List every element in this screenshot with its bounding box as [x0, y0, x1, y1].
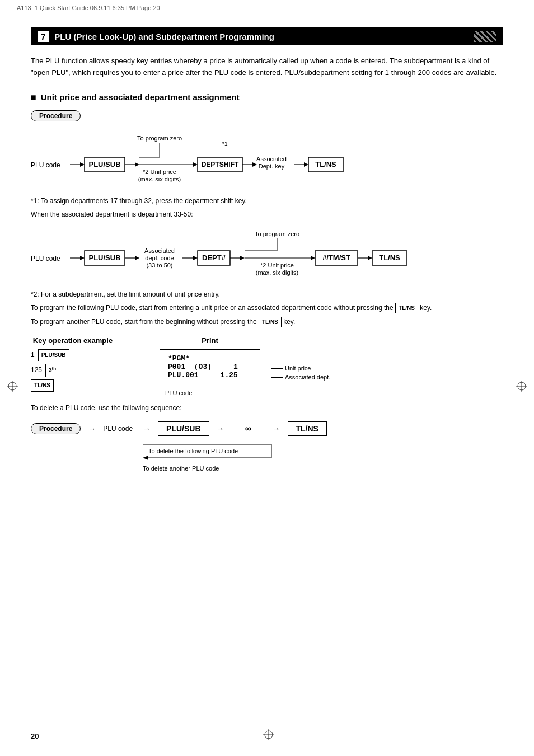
section-heading: 7 PLU (Price Look-Up) and Subdepartment … — [31, 27, 503, 45]
corner-mark-tl — [7, 7, 16, 16]
print-line-2: P001 (O3) 1 — [168, 363, 252, 371]
assoc-dept-annotation: Associated dept. — [271, 374, 330, 381]
num-3-key-op: 3th — [45, 364, 59, 377]
note-1: *1: To assign departments 17 through 32,… — [31, 196, 503, 206]
svg-marker-22 — [193, 162, 198, 167]
corner-mark-bl — [7, 740, 16, 749]
print-title: Print — [160, 336, 260, 345]
page-number: 20 — [31, 732, 39, 740]
main-content: 7 PLU (Price Look-Up) and Subdepartment … — [0, 16, 534, 494]
reg-mark-bottom — [263, 729, 274, 740]
print-col: Print *PGM* P001 (O3) 1 PLU.001 1.25 Uni… — [160, 336, 260, 384]
subsection-title: Unit price and associated department ass… — [31, 92, 503, 102]
tlns-key-op: TL/NS — [31, 379, 54, 392]
operation-title: Key operation example — [31, 336, 115, 345]
svg-text:To program zero: To program zero — [255, 231, 299, 237]
svg-marker-56 — [311, 256, 315, 260]
note-3: To program the following PLU code, start… — [31, 303, 503, 313]
svg-marker-40 — [135, 256, 139, 260]
svg-text:PLU code: PLU code — [31, 255, 60, 262]
key-operation-area: 1 PLU/SUB 125 3th TL/NS — [31, 349, 115, 391]
header-text: A113_1 Quick Start Guide 06.9.11 6:35 PM… — [17, 4, 160, 11]
delete-key-tlns: TL/NS — [288, 421, 327, 436]
svg-text:*2 Unit price: *2 Unit price — [143, 168, 176, 175]
delete-arrow-1: → — [143, 424, 151, 433]
note-2: *2: For a subdepartment, set the limit a… — [31, 289, 503, 299]
svg-marker-60 — [368, 256, 372, 260]
delete-key-inf: ∞ — [232, 421, 265, 436]
delete-key-plu-sub: PLU/SUB — [158, 421, 209, 436]
delete-note-2: To delete another PLU code — [143, 465, 503, 472]
svg-text:*2 Unit price: *2 Unit price — [260, 262, 294, 269]
delete-flow-row: Procedure → PLU code → PLU/SUB → ∞ → TL/… — [31, 421, 503, 436]
delete-arrow-3: → — [273, 424, 280, 433]
tlns-inline-key-2: TL/NS — [259, 317, 282, 327]
delete-loop-area: To delete the following PLU code To dele… — [143, 440, 503, 472]
delete-arrow-0: → — [88, 424, 96, 433]
print-box: *PGM* P001 (O3) 1 PLU.001 1.25 — [160, 349, 260, 384]
svg-marker-31 — [304, 162, 308, 167]
op-num-125: 125 — [31, 364, 42, 377]
svg-text:PLU code: PLU code — [31, 161, 60, 169]
svg-text:Associated: Associated — [144, 247, 175, 254]
svg-text:(max. six digits): (max. six digits) — [256, 269, 298, 276]
delete-section: To delete a PLU code, use the following … — [31, 403, 503, 472]
section-number: 7 — [38, 31, 49, 42]
reg-mark-left — [7, 381, 18, 392]
procedure-badge-1: Procedure — [31, 110, 81, 121]
svg-text:Associated: Associated — [256, 156, 287, 162]
svg-marker-27 — [252, 162, 257, 167]
svg-text:(max. six digits): (max. six digits) — [138, 176, 181, 182]
reg-mark-right — [516, 381, 527, 392]
svg-text:DEPT#: DEPT# — [202, 253, 226, 262]
example-section: Key operation example 1 PLU/SUB 125 3th … — [31, 336, 503, 391]
svg-text:*1: *1 — [222, 141, 228, 147]
svg-text:#/TM/ST: #/TM/ST — [322, 253, 350, 262]
svg-text:PLU/SUB: PLU/SUB — [88, 160, 120, 168]
delete-plu-code: PLU code — [103, 425, 133, 433]
svg-marker-11 — [80, 162, 85, 167]
svg-text:To delete the following PLU co: To delete the following PLU code — [148, 448, 238, 454]
svg-marker-45 — [193, 256, 198, 260]
svg-text:To program zero: To program zero — [137, 135, 182, 142]
svg-marker-66 — [143, 456, 148, 460]
svg-marker-49 — [240, 256, 245, 260]
section-stripe — [474, 31, 496, 42]
plu-sub-key-op: PLU/SUB — [38, 349, 69, 361]
flow-diagram-1: PLU code PLU/SUB To program zero *2 Unit… — [31, 129, 503, 192]
corner-mark-br — [518, 740, 527, 749]
op-num-1: 1 — [31, 349, 35, 361]
delete-arrow-2: → — [217, 424, 224, 433]
page-container: A113_1 Quick Start Guide 06.9.11 6:35 PM… — [0, 0, 534, 756]
svg-text:TL/NS: TL/NS — [379, 253, 400, 262]
flow2-intro: When the associated department is depart… — [31, 209, 503, 219]
unit-price-annotation: Unit price — [271, 365, 311, 372]
procedure-badge-2: Procedure — [31, 423, 81, 434]
corner-mark-tr — [518, 7, 527, 16]
svg-text:TL/NS: TL/NS — [315, 160, 336, 168]
svg-text:dept. code: dept. code — [145, 255, 174, 261]
plu-code-annotation: PLU code — [165, 389, 192, 396]
delete-intro: To delete a PLU code, use the following … — [31, 403, 503, 413]
svg-text:(33 to 50): (33 to 50) — [146, 262, 172, 269]
svg-marker-15 — [135, 162, 139, 167]
key-operation-col: Key operation example 1 PLU/SUB 125 3th … — [31, 336, 115, 391]
flow-diagram-2: PLU code PLU/SUB Associated dept. code (… — [31, 223, 503, 286]
note-4: To program another PLU code, start from … — [31, 317, 503, 327]
svg-text:PLU/SUB: PLU/SUB — [88, 253, 120, 262]
print-line-3: PLU.001 1.25 — [168, 371, 252, 379]
svg-text:Dept. key: Dept. key — [259, 163, 285, 170]
delete-loop-svg: To delete the following PLU code — [143, 440, 299, 462]
print-line-1: *PGM* — [168, 354, 252, 363]
subsection-title-text: Unit price and associated department ass… — [41, 92, 240, 102]
page-header: A113_1 Quick Start Guide 06.9.11 6:35 PM… — [0, 0, 534, 16]
intro-paragraph: The PLU function allows speedy key entri… — [31, 55, 503, 79]
svg-text:DEPTSHIFT: DEPTSHIFT — [202, 161, 239, 168]
section-title: PLU (Price Look-Up) and Subdepartment Pr… — [54, 32, 274, 41]
svg-marker-36 — [80, 256, 85, 260]
tlns-inline-key: TL/NS — [395, 303, 418, 313]
